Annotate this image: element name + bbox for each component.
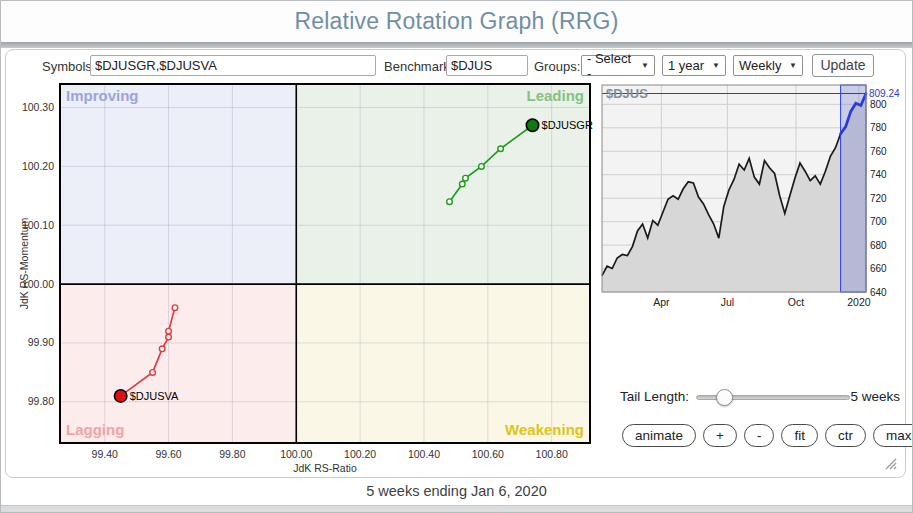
chart-button-row: animate + - fit ctr max	[622, 424, 913, 447]
svg-text:99.40: 99.40	[92, 448, 118, 460]
frequency-select[interactable]: Weekly ▼	[733, 55, 803, 76]
rrg-app-window: Relative Rotation Graph (RRG) Symbols: B…	[0, 0, 913, 513]
svg-text:100.40: 100.40	[408, 448, 440, 460]
svg-text:800: 800	[870, 99, 887, 110]
period-select-value: 1 year	[668, 58, 704, 73]
update-button[interactable]: Update	[812, 54, 874, 77]
last-price-label: 809.24	[869, 88, 900, 99]
svg-text:100.80: 100.80	[536, 448, 568, 460]
zoom-in-button[interactable]: +	[703, 424, 737, 447]
svg-text:Jul: Jul	[721, 296, 734, 308]
max-button[interactable]: max	[873, 424, 913, 447]
slider-thumb[interactable]	[716, 389, 733, 406]
weakening-quadrant	[296, 284, 590, 443]
tail-highlight-region	[841, 85, 866, 292]
quadrant-label-lagging: Lagging	[66, 421, 124, 438]
tail-length-label: Tail Length:	[620, 389, 689, 404]
svg-text:100.30: 100.30	[22, 101, 54, 113]
app-header: Relative Rotation Graph (RRG)	[1, 1, 912, 42]
svg-text:99.80: 99.80	[28, 395, 54, 407]
tail-length-slider[interactable]	[696, 395, 850, 400]
benchmark-chart[interactable]: 640660680700720740760780800AprJulOct2020…	[594, 78, 907, 316]
trail-head-$DJUSVA	[114, 390, 126, 402]
svg-text:680: 680	[870, 240, 887, 251]
chevron-down-icon: ▼	[783, 61, 797, 70]
svg-text:660: 660	[870, 263, 887, 274]
svg-text:100.00: 100.00	[280, 448, 312, 460]
fit-button[interactable]: fit	[781, 424, 818, 447]
svg-text:99.90: 99.90	[28, 336, 54, 348]
improving-quadrant	[60, 84, 296, 284]
trail-head-$DJUSGR	[526, 119, 538, 131]
animate-button[interactable]: animate	[622, 424, 696, 447]
leading-quadrant	[296, 84, 590, 284]
svg-text:Oct: Oct	[788, 296, 804, 308]
svg-text:99.60: 99.60	[155, 448, 181, 460]
tail-length-value: 5 weeks	[850, 389, 900, 404]
chevron-down-icon: ▼	[635, 61, 649, 70]
svg-text:2020: 2020	[847, 296, 871, 308]
trail-label-$DJUSVA: $DJUSVA	[130, 390, 179, 402]
svg-text:740: 740	[870, 169, 887, 180]
rrg-panel: Symbols: Benchmark: Groups: - Select - ▼…	[5, 49, 906, 478]
svg-text:720: 720	[870, 193, 887, 204]
quadrant-label-weakening: Weakening	[505, 421, 584, 438]
benchmark-title: $DJUS	[606, 86, 648, 101]
y-axis-title: JdK RS-Momentum	[18, 217, 30, 309]
header-divider	[1, 42, 912, 48]
svg-text:100.20: 100.20	[344, 448, 376, 460]
svg-text:640: 640	[870, 287, 887, 298]
bottom-strip	[1, 505, 912, 512]
date-range-caption: 5 weeks ending Jan 6, 2020	[1, 483, 912, 499]
period-select[interactable]: 1 year ▼	[662, 55, 726, 76]
svg-text:760: 760	[870, 146, 887, 157]
center-button[interactable]: ctr	[825, 424, 866, 447]
svg-text:700: 700	[870, 216, 887, 227]
svg-text:780: 780	[870, 122, 887, 133]
resize-handle-icon[interactable]	[882, 455, 897, 470]
svg-text:Apr: Apr	[653, 296, 670, 308]
svg-text:99.80: 99.80	[219, 448, 245, 460]
tail-length-control: Tail Length: 5 weeks	[620, 386, 900, 408]
rrg-chart[interactable]: ImprovingLeadingLaggingWeakening99.4099.…	[6, 50, 606, 479]
chevron-down-icon: ▼	[706, 61, 720, 70]
frequency-select-value: Weekly	[739, 58, 781, 73]
quadrant-label-leading: Leading	[526, 87, 584, 104]
trail-label-$DJUSGR: $DJUSGR	[542, 119, 593, 131]
zoom-out-button[interactable]: -	[744, 424, 775, 447]
page-title: Relative Rotation Graph (RRG)	[1, 8, 912, 35]
x-axis-title: JdK RS-Ratio	[293, 462, 357, 474]
quadrant-label-improving: Improving	[66, 87, 139, 104]
svg-text:100.60: 100.60	[472, 448, 504, 460]
svg-text:100.20: 100.20	[22, 160, 54, 172]
